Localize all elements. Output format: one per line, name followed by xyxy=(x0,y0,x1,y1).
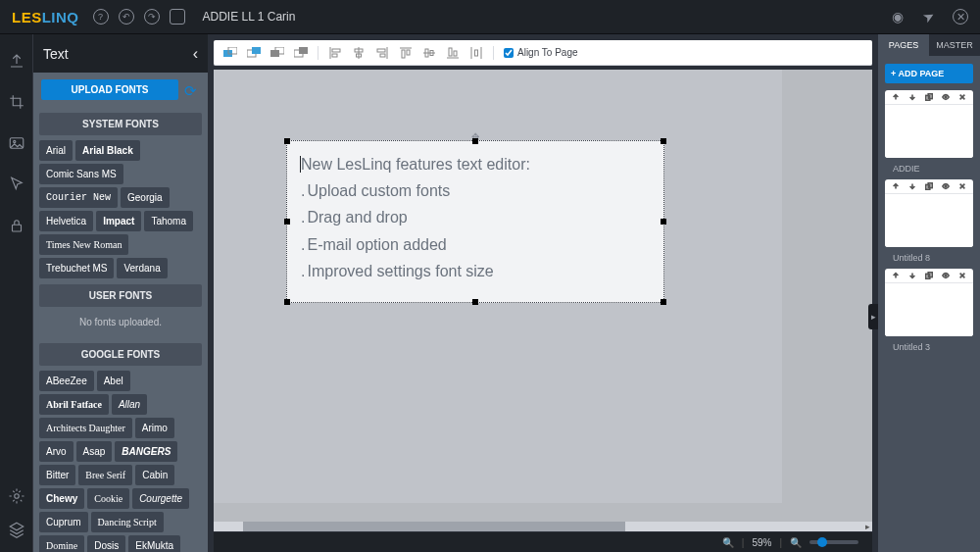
move-down-icon[interactable] xyxy=(908,272,916,279)
distribute-h-icon[interactable] xyxy=(469,46,483,60)
help-icon[interactable]: ? xyxy=(93,9,109,25)
delete-icon[interactable] xyxy=(958,272,966,279)
align-to-page-checkbox[interactable] xyxy=(504,48,514,58)
resize-handle-br[interactable] xyxy=(661,299,666,305)
send-icon[interactable]: ➤ xyxy=(918,6,940,27)
add-page-button[interactable]: ADD PAGE xyxy=(885,64,973,83)
scrollbar-arrow-right[interactable]: ▸ xyxy=(865,522,870,531)
image-icon[interactable] xyxy=(8,134,25,152)
font-chip[interactable]: Abril Fatface xyxy=(39,394,109,415)
move-down-icon[interactable] xyxy=(908,93,916,101)
resize-handle-mr[interactable] xyxy=(661,219,666,225)
font-chip[interactable]: Dancing Script xyxy=(91,512,164,532)
font-chip[interactable]: Arial xyxy=(39,140,73,161)
lock-icon[interactable] xyxy=(8,217,25,234)
scrollbar-thumb[interactable] xyxy=(243,522,625,531)
canvas-page[interactable]: ✥ New LesLinq features text editor: Uplo… xyxy=(214,70,782,503)
move-up-icon[interactable] xyxy=(892,93,900,101)
text-content[interactable]: New LesLinq features text editor: Upload… xyxy=(287,141,663,294)
crop-icon[interactable] xyxy=(8,93,25,111)
redo-icon[interactable]: ↷ xyxy=(144,9,160,25)
visibility-icon[interactable] xyxy=(942,93,950,101)
send-backward-icon[interactable] xyxy=(270,46,284,60)
zoom-in-icon[interactable]: 🔍 xyxy=(790,537,802,548)
font-chip[interactable]: Abel xyxy=(97,371,130,391)
font-chip[interactable]: Arial Black xyxy=(75,140,140,161)
align-center-h-icon[interactable] xyxy=(352,46,366,60)
align-to-page-toggle[interactable]: Align To Page xyxy=(504,47,578,58)
resize-handle-tr[interactable] xyxy=(661,138,666,144)
font-chip[interactable]: Times New Roman xyxy=(39,234,128,255)
resize-handle-bc[interactable] xyxy=(472,299,478,305)
font-chip[interactable]: BANGERS xyxy=(115,441,177,462)
page-thumb[interactable] xyxy=(885,90,973,158)
resize-handle-tc[interactable] xyxy=(472,138,478,144)
save-icon[interactable] xyxy=(170,9,185,25)
horizontal-scrollbar[interactable]: ▸ xyxy=(214,522,872,531)
bring-forward-icon[interactable] xyxy=(247,46,261,60)
duplicate-icon[interactable] xyxy=(925,272,933,279)
zoom-slider-thumb[interactable] xyxy=(817,537,827,547)
font-chip[interactable]: EkMukta xyxy=(128,535,180,552)
resize-handle-bl[interactable] xyxy=(284,299,290,305)
font-chip[interactable]: Domine xyxy=(39,535,84,552)
move-down-icon[interactable] xyxy=(908,182,916,190)
font-chip[interactable]: Chewy xyxy=(39,488,84,509)
layers-icon[interactable] xyxy=(8,521,25,538)
upload-icon[interactable] xyxy=(8,52,25,70)
align-right-icon[interactable] xyxy=(375,46,389,60)
preview-icon[interactable]: ◉ xyxy=(890,9,906,25)
duplicate-icon[interactable] xyxy=(925,182,933,190)
resize-handle-ml[interactable] xyxy=(284,219,290,225)
font-chip[interactable]: Bree Serif xyxy=(78,465,132,485)
font-chip[interactable]: Comic Sans MS xyxy=(39,164,123,184)
refresh-icon[interactable]: ⟳ xyxy=(184,82,200,98)
text-element[interactable]: ✥ New LesLinq features text editor: Uplo… xyxy=(286,140,664,303)
font-chip[interactable]: Courgette xyxy=(132,488,189,509)
font-chip[interactable]: Tahoma xyxy=(144,211,193,231)
font-chip[interactable]: Courier New xyxy=(39,187,118,208)
page-thumb[interactable] xyxy=(885,269,973,336)
cursor-icon[interactable] xyxy=(8,176,25,193)
undo-icon[interactable]: ↶ xyxy=(119,9,134,25)
font-chip[interactable]: Arvo xyxy=(39,441,74,462)
font-chip[interactable]: Arimo xyxy=(135,418,174,438)
tab-master[interactable]: MASTER xyxy=(929,34,980,56)
resize-handle-tl[interactable] xyxy=(284,138,290,144)
upload-fonts-button[interactable]: UPLOAD FONTS xyxy=(41,79,178,100)
zoom-slider[interactable] xyxy=(809,540,858,544)
tab-pages[interactable]: PAGES xyxy=(878,34,929,56)
font-chip[interactable]: Cabin xyxy=(135,465,174,485)
visibility-icon[interactable] xyxy=(942,272,950,279)
move-up-icon[interactable] xyxy=(892,182,900,190)
collapse-right-panel-icon[interactable]: ▸ xyxy=(868,304,878,329)
font-chip[interactable]: Helvetica xyxy=(39,211,93,231)
visibility-icon[interactable] xyxy=(942,182,950,190)
close-icon[interactable]: ✕ xyxy=(953,9,968,25)
font-chip[interactable]: Architects Daughter xyxy=(39,418,132,438)
panel-back-icon[interactable]: ‹ xyxy=(193,45,198,63)
font-chip[interactable]: Georgia xyxy=(121,187,170,208)
font-chip[interactable]: Impact xyxy=(96,211,141,231)
send-back-icon[interactable] xyxy=(294,46,308,60)
zoom-out-icon[interactable]: 🔍 xyxy=(722,537,734,548)
move-up-icon[interactable] xyxy=(892,272,900,279)
font-chip[interactable]: Trebuchet MS xyxy=(39,258,114,278)
bring-front-icon[interactable] xyxy=(223,46,237,60)
delete-icon[interactable] xyxy=(958,182,966,190)
align-center-v-icon[interactable] xyxy=(422,46,436,60)
font-chip[interactable]: Cuprum xyxy=(39,512,88,532)
page-thumb[interactable] xyxy=(885,179,973,247)
align-left-icon[interactable] xyxy=(328,46,342,60)
settings-icon[interactable] xyxy=(8,487,25,505)
align-top-icon[interactable] xyxy=(399,46,413,60)
font-chip[interactable]: Verdana xyxy=(117,258,167,278)
duplicate-icon[interactable] xyxy=(925,93,933,101)
font-chip[interactable]: Bitter xyxy=(39,465,75,485)
font-chip[interactable]: Cookie xyxy=(87,488,129,509)
align-bottom-icon[interactable] xyxy=(446,46,460,60)
font-chip[interactable]: Asap xyxy=(76,441,113,462)
font-chip[interactable]: Dosis xyxy=(87,535,125,552)
font-chip[interactable]: ABeeZee xyxy=(39,371,94,391)
font-chip[interactable]: Allan xyxy=(112,394,147,415)
